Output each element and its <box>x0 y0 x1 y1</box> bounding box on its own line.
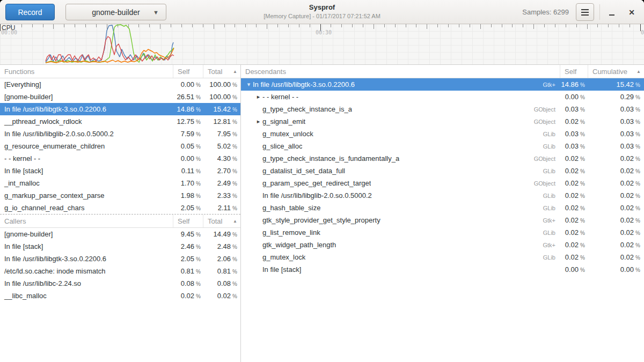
percent-value: 2.49 <box>217 179 231 187</box>
tree-row[interactable]: ▾In file /usr/lib/libgtk-3.so.0.2200.6Gt… <box>241 78 644 91</box>
total-percent: 2.70% <box>203 167 240 175</box>
descendants-table: Descendants Self Cumulative ▲ ▾In file /… <box>241 65 644 276</box>
tree-row[interactable]: g_type_check_instance_is_aGObject0.03%0.… <box>241 103 644 115</box>
function-name: - - kernel - - <box>0 154 173 162</box>
table-row[interactable]: In file [stack]2.46%2.48% <box>0 240 240 253</box>
table-row[interactable]: _int_malloc1.70%2.49% <box>0 177 240 189</box>
total-percent: 0.08% <box>203 279 240 287</box>
percent-value: 0.02 <box>565 253 579 261</box>
function-name: __pthread_rwlock_rdlock <box>0 117 173 125</box>
table-row[interactable]: g_markup_parse_context_parse1.98%2.33% <box>0 189 240 202</box>
percent-value: 0.02 <box>565 167 579 175</box>
menu-button[interactable] <box>576 3 594 21</box>
cumulative-percent: 0.02% <box>588 179 644 187</box>
table-row[interactable]: g_io_channel_read_chars2.05%2.11% <box>0 202 240 214</box>
function-name: g_mutex_lock <box>262 253 305 261</box>
percent-sign: % <box>232 94 237 100</box>
library-badge: GLib <box>543 230 560 236</box>
tree-row[interactable]: g_mutex_unlockGLib0.03%0.03% <box>241 128 644 140</box>
tree-row[interactable]: gtk_widget_path_lengthGtk+0.02%0.02% <box>241 239 644 251</box>
expander-closed-icon[interactable]: ▸ <box>255 93 262 100</box>
column-header-cumulative[interactable]: Cumulative ▲ <box>588 65 644 78</box>
percent-value: 2.11 <box>218 204 231 212</box>
sort-ascending-icon: ▲ <box>636 69 641 74</box>
percent-value: 14.86 <box>177 105 195 113</box>
column-header-total[interactable]: Total ▲ <box>203 65 240 78</box>
percent-sign: % <box>232 193 237 199</box>
percent-sign: % <box>196 269 201 275</box>
table-row[interactable]: [Everything]0.00%100.00% <box>0 78 240 91</box>
tree-row[interactable]: g_type_check_instance_is_fundamentally_a… <box>241 152 644 165</box>
table-row[interactable]: __libc_malloc0.02%0.02% <box>0 290 240 302</box>
tree-row[interactable]: g_hash_table_sizeGLib0.02%0.02% <box>241 202 644 214</box>
self-percent: 0.08% <box>173 279 203 287</box>
percent-value: 2.70 <box>217 167 231 175</box>
percent-sign: % <box>635 205 640 211</box>
tree-row[interactable]: In file [stack]0.00%0.00% <box>241 263 644 276</box>
function-name: In file /usr/lib/libglib-2.0.so.0.5000.2 <box>0 130 173 138</box>
tree-row[interactable]: gtk_style_provider_get_style_propertyGtk… <box>241 214 644 226</box>
cumulative-percent: 0.02% <box>588 228 644 237</box>
tree-row[interactable]: In file /usr/lib/libglib-2.0.so.0.5000.2… <box>241 189 644 202</box>
percent-value: 0.05 <box>181 142 194 150</box>
percent-value: 0.03 <box>565 130 579 138</box>
percent-value: 0.02 <box>620 191 634 200</box>
self-percent: 2.05% <box>173 255 203 263</box>
target-process-dropdown[interactable]: gnome-builder ▼ <box>65 4 166 20</box>
percent-value: 0.03 <box>565 105 579 113</box>
tree-row[interactable]: ▸- - kernel - -0.00%0.29% <box>241 91 644 103</box>
column-header-self[interactable]: Self <box>173 65 203 78</box>
table-row[interactable]: __pthread_rwlock_rdlock12.75%12.81% <box>0 115 240 128</box>
total-percent: 4.30% <box>203 154 240 162</box>
tree-row[interactable]: g_slice_allocGLib0.03%0.03% <box>241 140 644 152</box>
percent-sign: % <box>635 193 640 199</box>
table-row[interactable]: [gnome-builder]9.45%14.49% <box>0 228 240 240</box>
percent-value: 2.48 <box>217 242 231 250</box>
table-row[interactable]: In file /usr/lib/libglib-2.0.so.0.5000.2… <box>0 128 240 140</box>
table-row[interactable]: [gnome-builder]26.51%100.00% <box>0 91 240 103</box>
expander-closed-icon[interactable]: ▸ <box>255 118 262 125</box>
table-row[interactable]: g_resource_enumerate_children0.05%5.02% <box>0 140 240 152</box>
tree-row[interactable]: ▸g_signal_emitGObject0.02%0.03% <box>241 115 644 128</box>
close-button[interactable]: ✕ <box>624 0 640 24</box>
table-row[interactable]: In file /usr/lib/libgtk-3.so.0.2200.614.… <box>0 103 240 115</box>
table-row[interactable]: In file /usr/lib/libc-2.24.so0.08%0.08% <box>0 277 240 290</box>
function-name: g_type_check_instance_is_fundamentally_a <box>262 154 399 162</box>
percent-sign: % <box>580 242 585 248</box>
tree-row[interactable]: g_param_spec_get_redirect_targetGObject0… <box>241 177 644 189</box>
function-name: gtk_widget_path_length <box>262 241 336 249</box>
percent-value: 0.03 <box>565 142 579 150</box>
total-percent: 5.02% <box>203 142 240 150</box>
percent-value: 100.00 <box>209 80 231 88</box>
descendant-name-cell: gtk_widget_path_lengthGtk+ <box>241 241 560 249</box>
cpu-timeline-graph[interactable]: CPU 00:00 00:30 01:00 <box>0 24 644 65</box>
minimize-button[interactable] <box>604 0 620 24</box>
percent-sign: % <box>232 181 237 187</box>
percent-value: 0.02 <box>620 228 634 237</box>
column-header-self[interactable]: Self <box>560 65 588 78</box>
column-header-callers[interactable]: Callers <box>0 215 173 227</box>
record-button[interactable]: Record <box>5 4 55 20</box>
table-row[interactable]: - - kernel - -0.00%4.30% <box>0 152 240 165</box>
table-row[interactable]: /etc/ld.so.cache: inode mismatch0.81%0.8… <box>0 265 240 277</box>
column-header-descendants[interactable]: Descendants <box>241 65 560 78</box>
left-pane: Functions Self Total ▲ [Everything]0.00%… <box>0 65 241 362</box>
expander-open-icon[interactable]: ▾ <box>245 81 252 88</box>
tree-row[interactable]: g_datalist_id_set_data_fullGLib0.02%0.02… <box>241 165 644 177</box>
cumulative-percent: 0.02% <box>588 154 644 162</box>
percent-sign: % <box>580 107 585 113</box>
column-header-self[interactable]: Self <box>173 215 203 227</box>
percent-value: 0.02 <box>565 204 579 212</box>
tree-row[interactable]: g_list_remove_linkGLib0.02%0.02% <box>241 226 644 239</box>
percent-value: 14.86 <box>561 80 579 88</box>
descendant-name-cell: g_slice_allocGLib <box>241 142 560 150</box>
table-row[interactable]: In file [stack]0.11%2.70% <box>0 165 240 177</box>
percent-sign: % <box>196 293 201 299</box>
table-row[interactable]: In file /usr/lib/libgtk-3.so.0.2200.62.0… <box>0 253 240 265</box>
column-header-total[interactable]: Total ▲ <box>203 215 240 227</box>
column-header-functions[interactable]: Functions <box>0 65 173 78</box>
total-percent: 2.48% <box>203 242 240 250</box>
tree-row[interactable]: g_mutex_lockGLib0.02%0.02% <box>241 251 644 263</box>
percent-value: 2.33 <box>217 191 231 200</box>
percent-value: 2.46 <box>181 242 194 250</box>
